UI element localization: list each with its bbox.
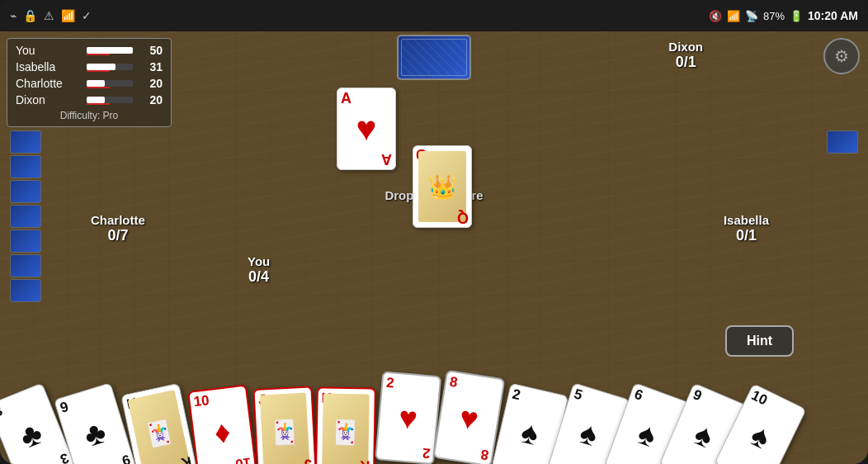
you-name: You xyxy=(248,254,270,268)
score-name-isabella: Isabella xyxy=(16,60,82,73)
wifi-icon: 📶 xyxy=(727,10,740,22)
stack-card-6 xyxy=(10,254,41,277)
hc-face-kd: 🃏 xyxy=(322,394,370,464)
stack-card-5 xyxy=(10,230,41,253)
hc-rank-5s: 5 xyxy=(573,386,625,414)
you-info: You 0/4 xyxy=(248,254,270,286)
score-bar-you-container xyxy=(87,47,133,54)
score-bar-isabella-underline xyxy=(87,70,110,72)
stack-card-r1 xyxy=(827,130,858,154)
isabella-info: Isabella 0/1 xyxy=(724,213,769,244)
score-bar-charlotte-underline xyxy=(87,87,110,88)
dixon-score: 0/1 xyxy=(668,54,703,71)
hc-rank-b-jd: J xyxy=(303,457,311,464)
you-score: 0/4 xyxy=(248,268,270,286)
score-row-dixon: Dixon 20 xyxy=(16,93,163,107)
battery-icon: 🔋 xyxy=(790,10,803,22)
stack-card-4 xyxy=(10,205,41,228)
hand-card-2h[interactable]: 2 ♥ 2 xyxy=(375,371,441,464)
hc-suit-10s: ♠ xyxy=(746,419,775,454)
stack-card-7 xyxy=(10,279,41,302)
hand-area: 3 ♣ 3 9 ♣ 9 K 🃏 K 10 ♦ 10 xyxy=(0,361,868,464)
lock-icon: 🔒 xyxy=(23,9,37,22)
ace-rank-top: A xyxy=(341,91,392,106)
score-bar-you xyxy=(87,47,133,54)
dixon-info: Dixon 0/1 xyxy=(668,40,703,71)
hc-rank-10d: 10 xyxy=(193,389,244,409)
difficulty-label: Difficulty: Pro xyxy=(16,110,163,121)
phone-frame: ⌁ 🔒 ⚠ 📶 ✓ 🔇 📶 📡 87% 🔋 10:20 AM You xyxy=(0,0,868,464)
hc-rank-b-8h: 8 xyxy=(479,447,489,462)
charlotte-info: Charlotte 0/7 xyxy=(91,213,145,244)
score-row-you: You 50 xyxy=(16,44,163,57)
charlotte-score: 0/7 xyxy=(91,227,145,244)
deck-card-inner xyxy=(401,39,467,76)
right-card-stack xyxy=(827,130,858,154)
hc-rank-6s: 6 xyxy=(633,387,686,418)
score-bar-you-underline xyxy=(87,54,110,55)
hc-rank-b-2h: 2 xyxy=(422,446,431,461)
stack-card-2 xyxy=(10,155,41,178)
stack-card-1 xyxy=(10,130,41,154)
score-bar-isabella xyxy=(87,64,116,70)
hc-suit-2s: ♠ xyxy=(518,416,541,451)
charlotte-name: Charlotte xyxy=(91,213,145,227)
hc-rank-2h: 2 xyxy=(386,376,436,394)
settings-button[interactable]: ⚙ xyxy=(823,38,860,74)
hc-rank-8h: 8 xyxy=(449,375,500,396)
dixon-name: Dixon xyxy=(668,40,703,54)
hc-rank-9s: 9 xyxy=(691,387,743,420)
score-bar-charlotte-container xyxy=(87,80,133,87)
hc-rank-b-9c: 9 xyxy=(120,452,131,464)
ace-rank-bottom: A xyxy=(381,152,392,167)
ace-suit-center: ♥ xyxy=(356,111,377,146)
top-deck[interactable] xyxy=(397,35,471,80)
left-card-stack xyxy=(10,130,41,302)
hc-rank-3c: 3 xyxy=(0,387,45,419)
hc-suit-9c: ♣ xyxy=(81,416,110,452)
score-value-you: 50 xyxy=(138,44,163,57)
score-bar-dixon xyxy=(87,97,105,103)
stack-card-3 xyxy=(10,180,41,203)
hc-suit-9s: ♠ xyxy=(690,418,717,453)
hand-card-kd[interactable]: K 🃏 K xyxy=(315,386,376,464)
score-name-dixon: Dixon xyxy=(16,93,82,107)
hc-rank-9c: 9 xyxy=(59,386,111,414)
usb-icon: ⌁ xyxy=(10,9,17,22)
isabella-name: Isabella xyxy=(724,213,769,227)
score-row-charlotte: Charlotte 20 xyxy=(16,77,163,90)
hc-suit-2h: ♥ xyxy=(398,401,419,434)
warning-icon: ⚠ xyxy=(44,9,54,22)
hc-suit-5s: ♠ xyxy=(577,416,601,451)
score-bar-dixon-container xyxy=(87,97,133,103)
score-name-you: You xyxy=(16,44,82,57)
hc-rank-2s: 2 xyxy=(511,387,564,413)
hc-rank-b-kd: K xyxy=(360,458,370,464)
score-bar-isabella-container xyxy=(87,64,133,70)
hc-face-kc: 🃏 xyxy=(128,390,191,464)
score-row-isabella: Isabella 31 xyxy=(16,60,163,73)
hc-rank-b-3c: 3 xyxy=(58,451,70,464)
played-card-ace[interactable]: A ♥ A xyxy=(337,88,396,170)
hc-rank-10s: 10 xyxy=(749,388,801,423)
settings-icon: ⚙ xyxy=(834,46,849,66)
status-time: 10:20 AM xyxy=(808,9,858,22)
hand-card-kc[interactable]: K 🃏 K xyxy=(120,383,197,464)
deck-card[interactable] xyxy=(397,35,471,80)
hc-suit-8h: ♥ xyxy=(457,401,480,435)
mute-icon: 🔇 xyxy=(709,10,722,22)
hint-button[interactable]: Hint xyxy=(725,325,794,357)
score-name-charlotte: Charlotte xyxy=(16,77,82,90)
hc-rank-b-kc: K xyxy=(180,454,193,464)
score-bar-dixon-underline xyxy=(87,103,110,105)
hc-face-jd: 🃏 xyxy=(260,393,310,464)
score-value-dixon: 20 xyxy=(138,93,163,107)
hand-card-10d[interactable]: 10 ♦ 10 xyxy=(187,384,257,464)
status-icons-left: ⌁ 🔒 ⚠ 📶 ✓ xyxy=(10,9,92,22)
hc-rank-b-10d: 10 xyxy=(234,456,252,464)
played-card-queen[interactable]: Q 👑 Q xyxy=(413,145,472,228)
wifi-crossed-icon: 📶 xyxy=(61,9,75,22)
hand-card-jd[interactable]: J 🃏 J xyxy=(252,386,317,464)
score-value-charlotte: 20 xyxy=(138,77,163,90)
score-value-isabella: 31 xyxy=(138,60,163,73)
